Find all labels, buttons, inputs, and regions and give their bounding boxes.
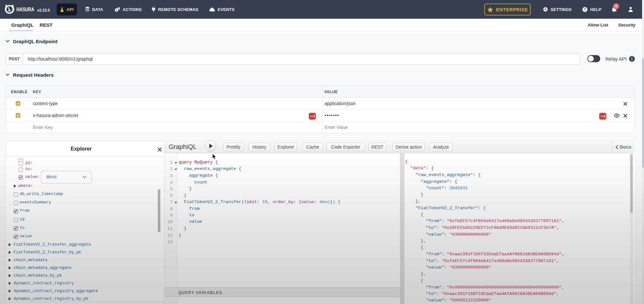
svg-text:?: ? [584, 7, 586, 11]
